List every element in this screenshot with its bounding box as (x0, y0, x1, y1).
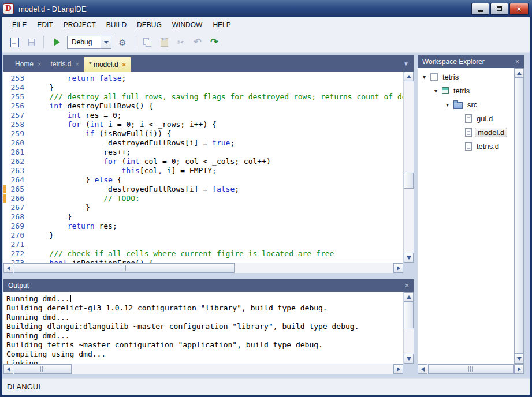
tree-item-src[interactable]: ▾src (418, 98, 514, 111)
code-line[interactable]: 254 } (3, 83, 403, 92)
code-line[interactable]: 272 /// check if all cells where current… (3, 249, 403, 259)
code-line[interactable]: 262 for (int col = 0; col < _cols; col++… (3, 157, 403, 166)
scroll-up-button[interactable] (514, 68, 524, 78)
menu-build[interactable]: BUILD (101, 18, 132, 31)
output-line: Running dmd... (6, 331, 403, 340)
scroll-down-button[interactable] (404, 354, 414, 364)
code-line[interactable]: 264 } else { (3, 175, 403, 185)
redo-button[interactable]: ↷ (207, 35, 222, 50)
close-button[interactable]: × (509, 3, 529, 15)
scroll-right-button[interactable] (393, 263, 403, 273)
output-vscroll-thumb[interactable] (404, 302, 414, 328)
workspace-tree[interactable]: ▾tetris▾tetris▾srcgui.dmodel.dtetris.d (418, 68, 514, 364)
scroll-left-button[interactable] (418, 364, 427, 374)
tree-item-tetris[interactable]: ▾tetris (418, 84, 514, 98)
code-line[interactable]: 268 } (3, 212, 403, 222)
tab-close-icon[interactable]: × (122, 61, 126, 68)
menu-file[interactable]: FILE (7, 18, 32, 31)
scroll-down-button[interactable] (514, 354, 524, 364)
line-number: 262 (3, 157, 31, 166)
code-text: int res = 0; (31, 111, 122, 120)
combo-dropdown-button[interactable] (101, 36, 111, 48)
menu-debug[interactable]: DEBUG (132, 18, 167, 31)
code-line[interactable]: 255 /// destroy all full rows, saving fl… (3, 92, 403, 102)
menu-help[interactable]: HELP (207, 18, 236, 31)
code-line[interactable]: 253 return false; (3, 74, 403, 83)
line-number: 255 (3, 92, 31, 102)
build-config-combo[interactable]: Debug (67, 36, 111, 49)
code-line[interactable]: 258 for (int i = 0; i < _rows; i++) { (3, 120, 403, 129)
tree-item-gui.d[interactable]: gui.d (418, 111, 514, 125)
code-line[interactable]: 273 bool isPositionFree() { (3, 259, 403, 263)
code-line[interactable]: 256 int destroyFullRows() { (3, 102, 403, 111)
explorer-panel-header[interactable]: Workspace Explorer × (418, 55, 524, 68)
settings-button[interactable]: ⚙ (115, 35, 130, 50)
scroll-up-button[interactable] (404, 72, 414, 81)
tab-overflow-icon[interactable]: ▼ (403, 61, 409, 67)
tab-model.d[interactable]: * model.d× (84, 57, 131, 72)
scroll-right-button[interactable] (393, 364, 403, 374)
twisty-icon[interactable]: ▾ (444, 102, 451, 108)
tree-item-tetris.d[interactable]: tetris.d (418, 139, 514, 153)
maximize-button[interactable] (490, 3, 508, 15)
output-panel-header[interactable]: Output × (3, 279, 414, 292)
twisty-icon[interactable]: ▾ (433, 88, 439, 94)
editor-hscroll-thumb[interactable] (14, 263, 235, 273)
code-line[interactable]: 265 _destroyedFullRows[i] = false; (3, 185, 403, 194)
tree-item-tetris[interactable]: ▾tetris (418, 70, 514, 84)
scroll-right-button[interactable] (514, 364, 524, 374)
workspace-icon (430, 73, 438, 81)
editor-vscroll-thumb[interactable] (404, 173, 414, 189)
explorer-hscroll-thumb[interactable] (428, 364, 514, 374)
minimize-icon (478, 10, 483, 12)
code-line[interactable]: 271 (3, 240, 403, 249)
editor-horizontal-scrollbar[interactable] (3, 263, 403, 273)
menu-project[interactable]: PROJECT (58, 18, 101, 31)
code-line[interactable]: 257 int res = 0; (3, 111, 403, 120)
code-line[interactable]: 261 res++; (3, 148, 403, 157)
scroll-left-button[interactable] (3, 263, 13, 273)
close-icon[interactable]: × (405, 282, 409, 290)
code-line[interactable]: 267 } (3, 203, 403, 212)
run-button[interactable] (49, 35, 64, 50)
tab-home[interactable]: Home× (10, 58, 46, 70)
arrow-left-icon (5, 266, 10, 271)
tree-item-model.d[interactable]: model.d (418, 125, 514, 139)
scrollbar-grip (122, 265, 127, 271)
line-number: 269 (3, 222, 31, 231)
explorer-vscroll-thumb[interactable] (514, 78, 524, 354)
explorer-vertical-scrollbar[interactable] (514, 68, 524, 364)
scroll-left-button[interactable] (3, 364, 13, 374)
arrow-down-icon (407, 256, 411, 262)
output-vertical-scrollbar[interactable] (403, 292, 414, 364)
open-file-button[interactable] (7, 35, 22, 50)
code-line[interactable]: 259 if (isRowFull(i)) { (3, 129, 403, 138)
output-horizontal-scrollbar[interactable] (3, 364, 403, 374)
explorer-horizontal-scrollbar[interactable] (418, 364, 524, 374)
code-line[interactable]: 260 _destroyedFullRows[i] = true; (3, 138, 403, 148)
editor-vertical-scrollbar[interactable] (403, 72, 414, 263)
minimize-button[interactable] (471, 3, 489, 15)
app-window: D model.d - DLangIDE × FILEEDITPROJECTBU… (0, 0, 532, 397)
scroll-down-button[interactable] (404, 253, 414, 263)
menu-window[interactable]: WINDOW (167, 18, 208, 31)
code-line[interactable]: 266 // TODO: (3, 194, 403, 203)
line-number: 273 (3, 259, 31, 263)
tab-tetris.d[interactable]: tetris.d× (46, 58, 83, 70)
twisty-icon[interactable]: ▾ (421, 74, 427, 80)
output-hscroll-thumb[interactable] (14, 364, 72, 374)
title-bar[interactable]: D model.d - DLangIDE × (0, 0, 532, 17)
tab-close-icon[interactable]: × (38, 61, 41, 68)
scroll-up-button[interactable] (404, 292, 414, 302)
code-line[interactable]: 270 } (3, 231, 403, 240)
code-text: int destroyFullRows() { (31, 102, 153, 111)
code-editor[interactable]: 253 return false;254 }255 /// destroy al… (3, 72, 414, 263)
output-console[interactable]: Running dmd...Building derelict-gl3 1.0.… (3, 292, 403, 364)
code-area[interactable]: 253 return false;254 }255 /// destroy al… (3, 72, 403, 263)
code-line[interactable]: 269 return res; (3, 222, 403, 231)
menu-edit[interactable]: EDIT (32, 18, 58, 31)
close-icon[interactable]: × (515, 58, 519, 66)
line-number: 266 (3, 194, 31, 203)
code-line[interactable]: 263 this[col, i] = EMPTY; (3, 166, 403, 175)
tab-close-icon[interactable]: × (75, 61, 79, 68)
